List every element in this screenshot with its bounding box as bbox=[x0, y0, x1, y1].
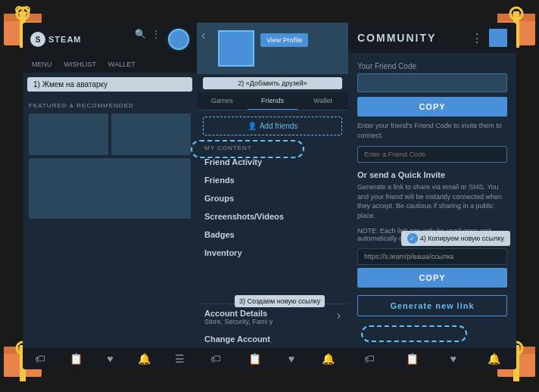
steam-logo-text: STEAM bbox=[48, 35, 82, 44]
community-avatar[interactable] bbox=[489, 29, 507, 47]
steam-header-icons: 🔍 ⋮ bbox=[135, 29, 189, 50]
back-button[interactable]: ‹ bbox=[201, 29, 205, 42]
mid-nav-heart-icon[interactable]: ♥ bbox=[288, 353, 294, 365]
nav-list-icon[interactable]: 📋 bbox=[70, 353, 83, 365]
right-nav-bell-icon[interactable]: 🔔 bbox=[488, 353, 500, 365]
annotation-tooltip-3: 3) Создаем новую ссылку bbox=[235, 295, 325, 307]
profile-avatar[interactable] bbox=[218, 30, 254, 67]
account-subtitle: Store, Security, Fami y bbox=[204, 318, 341, 325]
featured-label: FEATURED & RECOMMENDED bbox=[29, 102, 191, 109]
view-profile-button[interactable]: View Profile bbox=[260, 33, 308, 47]
mid-nav-tag-icon[interactable]: 🏷 bbox=[210, 353, 221, 365]
content-friends[interactable]: Friends bbox=[197, 171, 348, 189]
nav-hamburger-icon[interactable]: ☰ bbox=[175, 353, 185, 365]
steam-nav: MENU WISHLIST WALLET bbox=[23, 56, 197, 73]
community-header-right: ⋮ bbox=[471, 29, 507, 47]
content-screenshots[interactable]: Screenshots/Videos bbox=[197, 207, 348, 226]
add-friends-button[interactable]: 👤 Add friends bbox=[203, 117, 342, 135]
mid-nav-list-icon[interactable]: 📋 bbox=[248, 353, 261, 365]
nav-menu[interactable]: MENU bbox=[27, 58, 57, 71]
nav-wishlist[interactable]: WISHLIST bbox=[60, 58, 101, 71]
featured-image-2 bbox=[111, 114, 191, 155]
nav-tag-icon[interactable]: 🏷 bbox=[35, 353, 45, 365]
tab-games[interactable]: Games bbox=[197, 92, 248, 110]
right-bottom-nav: 🏷 📋 ♥ 🔔 bbox=[348, 348, 516, 369]
nav-heart-icon[interactable]: ♥ bbox=[107, 353, 113, 365]
annotation-4-text: 4) Копируем новую ссылку bbox=[420, 235, 504, 242]
featured-section: FEATURED & RECOMMENDED bbox=[23, 96, 197, 348]
left-bottom-nav: 🏷 📋 ♥ 🔔 ☰ bbox=[23, 348, 197, 369]
steam-logo: S STEAM bbox=[30, 32, 82, 47]
steam-left-panel: S STEAM 🔍 ⋮ MENU WISHLIST WALLET 1) Жмем… bbox=[23, 23, 197, 369]
account-arrow-icon: › bbox=[337, 309, 341, 322]
change-account-item[interactable]: Change Account bbox=[197, 330, 348, 348]
community-title: COMMUNITY bbox=[357, 32, 436, 44]
right-nav-list-icon[interactable]: 📋 bbox=[406, 353, 419, 365]
quick-invite-desc: Generate a link to share via email or SM… bbox=[357, 182, 507, 220]
my-content-label: MY CONTENT bbox=[197, 142, 348, 153]
menu-dots-icon[interactable]: ⋮ bbox=[151, 29, 164, 41]
annotation-tooltip-4: ✓ 4) Копируем новую ссылку bbox=[401, 231, 510, 246]
content-inventory[interactable]: Inventory bbox=[197, 244, 348, 262]
friend-code-input[interactable] bbox=[357, 73, 507, 92]
content-groups[interactable]: Groups bbox=[197, 189, 348, 207]
nav-wallet[interactable]: WALLET bbox=[104, 58, 140, 71]
profile-tabs: Games Friends Wallet bbox=[197, 92, 348, 110]
generate-link-button[interactable]: Generate new link bbox=[357, 295, 507, 316]
copy-friend-code-button[interactable]: COPY bbox=[357, 97, 507, 117]
tab-wallet[interactable]: Wallet bbox=[298, 92, 348, 110]
enter-friend-code-input[interactable] bbox=[357, 146, 507, 163]
quick-invite-title: Or send a Quick Invite bbox=[357, 170, 507, 179]
community-menu-icon[interactable]: ⋮ bbox=[471, 31, 483, 45]
steam-right-panel: COMMUNITY ⋮ Your Friend Code COPY Enter … bbox=[348, 23, 516, 369]
friend-code-label: Your Friend Code bbox=[357, 62, 507, 70]
avatar[interactable] bbox=[168, 29, 189, 50]
right-nav-tag-icon[interactable]: 🏷 bbox=[364, 353, 375, 365]
content-friend-activity[interactable]: Friend Activity bbox=[197, 153, 348, 171]
middle-bottom-nav: 🏷 📋 ♥ 🔔 bbox=[197, 348, 348, 369]
steam-logo-icon: S bbox=[30, 32, 45, 47]
content-list: Friend Activity Friends Groups Screensho… bbox=[197, 153, 348, 303]
steam-middle-panel: ‹ View Profile 2) «Добавить друзей» Game… bbox=[197, 23, 348, 369]
account-details-item[interactable]: › Account Details Store, Security, Fami … bbox=[197, 303, 348, 330]
search-icon[interactable]: 🔍 bbox=[135, 29, 147, 41]
account-title: Account Details bbox=[204, 309, 341, 318]
annotation-tooltip-1: 1) Жмем на аватарку bbox=[27, 77, 192, 92]
url-display: https://s.team/p/ваша/ссылка bbox=[357, 248, 507, 265]
featured-image-3 bbox=[29, 158, 191, 219]
tab-friends[interactable]: Friends bbox=[248, 92, 298, 110]
add-friends-label: Add friends bbox=[260, 122, 298, 130]
nav-bell-icon[interactable]: 🔔 bbox=[138, 353, 151, 365]
main-container: S STEAM 🔍 ⋮ MENU WISHLIST WALLET 1) Жмем… bbox=[23, 23, 516, 369]
steam-header: S STEAM 🔍 ⋮ bbox=[23, 23, 197, 56]
invite-description: Enter your friend's Friend Code to invit… bbox=[357, 121, 507, 140]
right-nav-heart-icon[interactable]: ♥ bbox=[450, 353, 456, 365]
featured-images bbox=[29, 114, 191, 219]
add-friends-icon: 👤 bbox=[248, 122, 257, 130]
copy-link-button[interactable]: COPY bbox=[357, 268, 507, 288]
featured-image-1 bbox=[29, 114, 108, 155]
profile-top: View Profile bbox=[197, 23, 348, 74]
content-badges[interactable]: Badges bbox=[197, 226, 348, 244]
check-icon: ✓ bbox=[407, 233, 418, 244]
community-content: Your Friend Code COPY Enter your friend'… bbox=[348, 53, 516, 348]
annotation-tooltip-2: 2) «Добавить друзей» bbox=[203, 77, 342, 89]
mid-nav-bell-icon[interactable]: 🔔 bbox=[322, 353, 335, 365]
community-header: COMMUNITY ⋮ bbox=[348, 23, 516, 53]
